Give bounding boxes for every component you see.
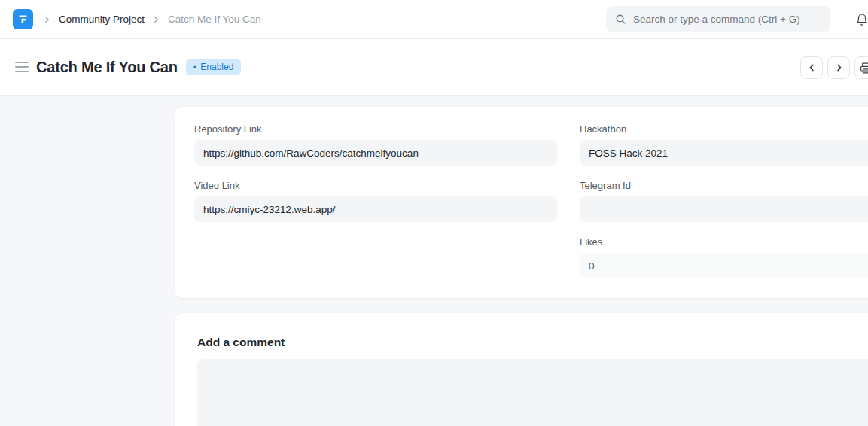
field-label: Telegram Id bbox=[580, 180, 868, 191]
status-dot: • bbox=[193, 62, 197, 72]
print-button[interactable] bbox=[854, 56, 868, 79]
field-label: Video Link bbox=[194, 180, 557, 191]
form-column-right: Hackathon Telegram Id Likes bbox=[580, 123, 868, 278]
field-label: Hackathon bbox=[580, 123, 868, 135]
field-repository-link: Repository Link bbox=[194, 123, 557, 166]
form-column-left: Repository Link Video Link bbox=[194, 123, 557, 278]
field-label: Repository Link bbox=[194, 123, 557, 135]
search-icon bbox=[615, 14, 626, 25]
status-label: Enabled bbox=[200, 62, 233, 72]
field-hackathon: Hackathon bbox=[580, 123, 868, 166]
breadcrumb-item-community-project[interactable]: Community Project bbox=[59, 14, 145, 25]
video-link-input[interactable] bbox=[194, 196, 557, 222]
status-badge: • Enabled bbox=[186, 59, 242, 75]
chevron-right-icon bbox=[835, 63, 843, 72]
notifications-button[interactable] bbox=[853, 9, 868, 30]
hackathon-input[interactable] bbox=[580, 140, 868, 166]
next-document-button[interactable] bbox=[827, 56, 850, 79]
form-page-body: Repository Link Video Link Hackathon Tel… bbox=[0, 96, 868, 426]
global-search[interactable] bbox=[606, 6, 830, 32]
frappe-logo-icon bbox=[17, 14, 29, 25]
breadcrumb: Community Project Catch Me If You Can bbox=[44, 14, 261, 25]
field-video-link: Video Link bbox=[194, 180, 557, 222]
comment-input[interactable] bbox=[197, 359, 868, 426]
printer-icon bbox=[859, 62, 868, 75]
sidebar-toggle-button[interactable] bbox=[15, 60, 29, 74]
breadcrumb-item-current: Catch Me If You Can bbox=[168, 14, 261, 25]
field-telegram-id: Telegram Id bbox=[580, 180, 868, 222]
menu-icon bbox=[15, 62, 29, 63]
page-head: Catch Me If You Can • Enabled bbox=[0, 39, 868, 96]
bell-icon bbox=[855, 13, 868, 27]
comments-section: Add a comment bbox=[175, 313, 868, 426]
search-input[interactable] bbox=[633, 14, 821, 25]
add-comment-heading: Add a comment bbox=[197, 336, 868, 349]
likes-value bbox=[580, 253, 868, 278]
chevron-right-icon bbox=[44, 16, 50, 23]
previous-document-button[interactable] bbox=[800, 56, 823, 79]
field-label: Likes bbox=[580, 236, 868, 248]
chevron-right-icon bbox=[153, 16, 160, 23]
telegram-id-input[interactable] bbox=[580, 196, 868, 222]
form-section-details: Repository Link Video Link Hackathon Tel… bbox=[175, 107, 868, 298]
page-title: Catch Me If You Can bbox=[36, 59, 178, 76]
field-likes: Likes bbox=[580, 236, 868, 278]
frappe-logo[interactable] bbox=[13, 9, 33, 29]
chevron-left-icon bbox=[808, 63, 816, 72]
repository-link-input[interactable] bbox=[194, 140, 557, 166]
top-navbar: Community Project Catch Me If You Can bbox=[0, 0, 868, 39]
